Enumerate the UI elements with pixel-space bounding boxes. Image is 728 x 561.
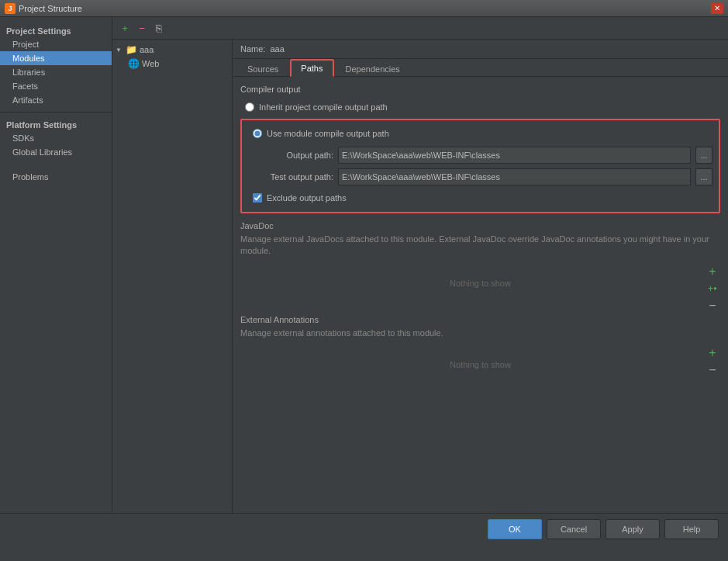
output-path-row: Output path: ... — [248, 147, 712, 164]
content-area: Compiler output Inherit project compile … — [233, 77, 728, 513]
name-row: Name: aaa — [233, 40, 728, 59]
external-annotations-empty-label: Nothing to show — [450, 360, 511, 369]
javadoc-empty-area: Nothing to show + +● − — [240, 264, 720, 303]
cancel-button[interactable]: Cancel — [547, 519, 601, 539]
tree-child-item[interactable]: 🌐 Web — [112, 57, 232, 71]
project-settings-title: Project Settings — [0, 23, 112, 37]
apply-button[interactable]: Apply — [606, 519, 660, 539]
title-bar-text: Project Structure — [19, 4, 708, 13]
tab-sources[interactable]: Sources — [237, 61, 288, 77]
app-icon: J — [5, 3, 16, 14]
sidebar-item-project[interactable]: Project — [0, 37, 112, 51]
inherit-radio-option: Inherit project compile output path — [240, 100, 720, 114]
javadoc-title: JavaDoc — [240, 221, 720, 230]
test-output-path-label: Test output path: — [248, 172, 333, 182]
ext-ann-remove-button[interactable]: − — [705, 362, 720, 378]
right-panel: Name: aaa Sources Paths Dependencies — [233, 40, 728, 513]
sidebar-item-sdks[interactable]: SDKs — [0, 131, 112, 145]
external-annotations-title: External Annotations — [240, 315, 720, 324]
test-output-path-row: Test output path: ... — [248, 168, 712, 185]
copy-module-button[interactable]: ⎘ — [151, 20, 167, 36]
name-label: Name: — [240, 44, 265, 54]
module-toolbar: + − ⎘ — [112, 17, 728, 40]
exclude-checkbox-label: Exclude output paths — [267, 193, 347, 203]
javadoc-add-button[interactable]: + — [705, 264, 720, 279]
name-value: aaa — [270, 44, 284, 54]
test-output-path-browse-button[interactable]: ... — [695, 168, 712, 185]
platform-settings-title: Platform Settings — [0, 117, 112, 131]
sidebar: Project Settings Project Modules Librari… — [0, 17, 112, 190]
javadoc-description: Manage external JavaDocs attached to thi… — [240, 234, 720, 258]
javadoc-remove-button[interactable]: − — [705, 298, 720, 313]
use-module-section: Use module compile output path Output pa… — [240, 119, 720, 213]
exclude-checkbox-row: Exclude output paths — [248, 190, 712, 206]
tabs-row: Sources Paths Dependencies — [233, 59, 728, 77]
sidebar-separator — [0, 112, 112, 113]
sidebar-item-global-libraries[interactable]: Global Libraries — [0, 145, 112, 159]
output-path-browse-button[interactable]: ... — [695, 147, 712, 164]
remove-module-button[interactable]: − — [134, 20, 150, 36]
test-output-path-input[interactable] — [338, 168, 691, 185]
tab-paths[interactable]: Paths — [290, 59, 333, 77]
sidebar-item-modules[interactable]: Modules — [0, 51, 112, 65]
use-module-radio[interactable] — [253, 129, 262, 138]
output-path-input[interactable] — [338, 147, 691, 164]
tab-dependencies[interactable]: Dependencies — [336, 61, 410, 77]
help-button[interactable]: Help — [664, 519, 719, 539]
javadoc-empty-label: Nothing to show — [450, 279, 511, 288]
external-annotations-description: Manage external annotations attached to … — [240, 327, 720, 339]
sidebar-item-facets[interactable]: Facets — [0, 79, 112, 93]
tree-root-label: aaa — [140, 45, 154, 54]
ext-ann-add-button[interactable]: + — [705, 345, 720, 361]
exclude-checkbox[interactable] — [253, 193, 262, 203]
ok-button[interactable]: OK — [488, 519, 542, 539]
tree-arrow-icon: ▼ — [116, 47, 123, 54]
title-bar: J Project Structure ✕ — [0, 0, 728, 17]
bottom-bar: OK Cancel Apply Help — [0, 513, 728, 544]
module-tree: ▼ 📁 aaa 🌐 Web — [112, 40, 232, 74]
folder-icon: 📁 — [126, 44, 137, 55]
use-module-radio-label: Use module compile output path — [267, 129, 389, 138]
compiler-output-title: Compiler output — [240, 85, 720, 94]
tree-child-label: Web — [142, 59, 159, 68]
output-path-label: Output path: — [248, 151, 333, 160]
sidebar-item-problems[interactable]: Problems — [0, 170, 112, 184]
external-annotations-empty-area: Nothing to show + − — [240, 345, 720, 384]
left-panel: Project Settings Project Modules Librari… — [0, 17, 112, 513]
web-icon: 🌐 — [128, 58, 140, 69]
inherit-radio[interactable] — [245, 102, 254, 112]
add-module-button[interactable]: + — [117, 20, 133, 36]
sidebar-item-libraries[interactable]: Libraries — [0, 65, 112, 79]
javadoc-add-sub-button[interactable]: +● — [705, 281, 720, 296]
close-button[interactable]: ✕ — [711, 3, 723, 14]
tree-root-item[interactable]: ▼ 📁 aaa — [112, 43, 232, 57]
sidebar-item-artifacts[interactable]: Artifacts — [0, 93, 112, 107]
inherit-radio-label: Inherit project compile output path — [259, 102, 388, 112]
use-module-radio-option: Use module compile output path — [248, 126, 712, 140]
